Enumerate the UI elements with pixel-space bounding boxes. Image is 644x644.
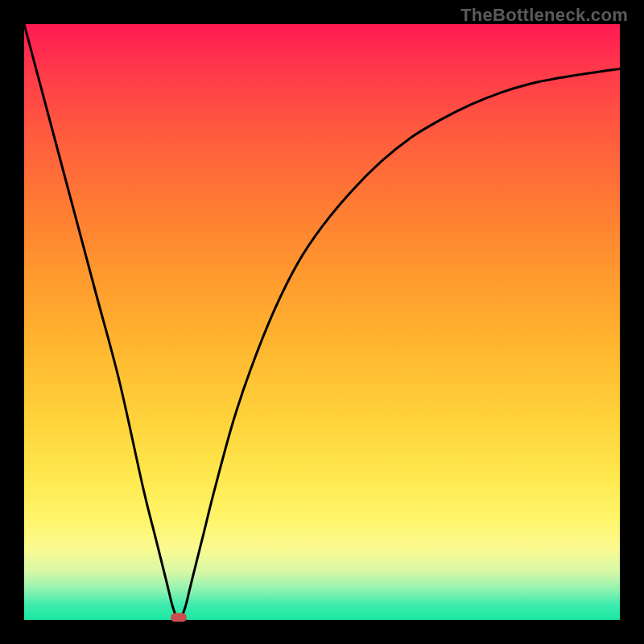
watermark-label: TheBottleneck.com (460, 5, 628, 26)
minimum-marker (171, 613, 187, 622)
chart-curve-svg (24, 24, 620, 620)
bottleneck-curve (24, 24, 620, 620)
